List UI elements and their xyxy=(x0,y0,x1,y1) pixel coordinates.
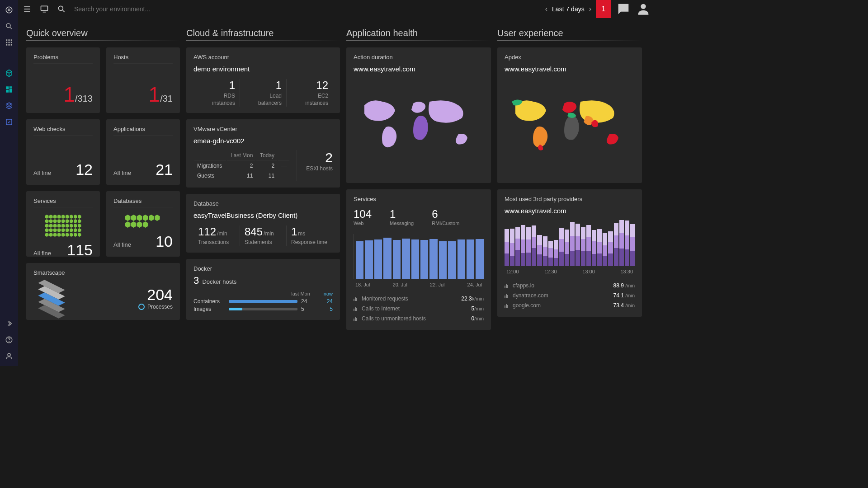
apps-grid-icon[interactable] xyxy=(5,38,14,47)
tile-aws[interactable]: AWS account demo environment 1RDSinstanc… xyxy=(186,47,340,113)
bar-icon xyxy=(229,300,297,303)
logo-icon[interactable] xyxy=(5,5,14,14)
timeframe-selector[interactable]: ‹ Last 7 days › xyxy=(545,5,591,13)
svg-point-2 xyxy=(6,23,10,28)
tile-action-duration[interactable]: Action duration www.easytravel.com xyxy=(346,47,491,183)
tile-webchecks[interactable]: Web checks All fine12 xyxy=(26,119,100,185)
problems-count: 1 xyxy=(63,83,75,106)
svg-rect-24 xyxy=(41,6,48,10)
svg-line-3 xyxy=(10,27,12,29)
profile-icon[interactable] xyxy=(636,0,651,18)
svg-rect-11 xyxy=(9,44,10,46)
expand-sidebar-icon[interactable] xyxy=(5,319,14,328)
svg-rect-16 xyxy=(6,90,9,93)
topbar-search-icon[interactable] xyxy=(57,5,66,14)
tile-database[interactable]: Database easyTravelBusiness (Derby Clien… xyxy=(186,194,340,253)
chevron-right-icon[interactable]: › xyxy=(589,5,591,13)
topbar: ‹ Last 7 days › 1 xyxy=(18,0,651,18)
dashboard: Quick overview Problems 1/313 Hosts 1 xyxy=(18,18,651,366)
svg-rect-8 xyxy=(9,42,10,43)
svg-rect-10 xyxy=(6,44,7,46)
user-icon[interactable] xyxy=(5,352,14,361)
tile-applications[interactable]: Applications All fine21 xyxy=(106,119,180,185)
timeframe-label: Last 7 days xyxy=(552,5,585,13)
thirdparty-stackchart xyxy=(505,221,635,266)
hex-cluster-icon xyxy=(45,215,81,237)
svg-point-0 xyxy=(6,7,12,13)
svg-point-1 xyxy=(8,9,10,11)
tile-databases[interactable]: Databases All fine10 xyxy=(106,191,180,257)
svg-rect-15 xyxy=(9,89,12,93)
world-map-apdex xyxy=(505,78,635,169)
tile-docker[interactable]: Docker 3 Docker hosts last Monnow Contai… xyxy=(186,259,340,320)
chevron-left-icon[interactable]: ‹ xyxy=(545,5,547,13)
section-health-title: Application health xyxy=(346,28,491,38)
tile-services[interactable]: Services All fine115 xyxy=(26,191,100,257)
svg-rect-4 xyxy=(6,39,7,41)
svg-rect-9 xyxy=(11,42,12,43)
ring-icon xyxy=(138,304,145,310)
search-icon[interactable] xyxy=(5,22,14,31)
left-sidebar xyxy=(0,0,18,366)
world-map xyxy=(354,78,484,169)
tile-label: Problems xyxy=(33,54,93,64)
bar-icon xyxy=(229,308,297,310)
tile-hosts[interactable]: Hosts 1/31 xyxy=(106,47,180,113)
nav-cube-icon[interactable] xyxy=(5,69,14,78)
bars-icon xyxy=(354,296,359,301)
svg-rect-13 xyxy=(6,86,9,89)
vmware-table: Last MonToday Migrations22— Guests1111— xyxy=(193,150,290,181)
svg-point-26 xyxy=(58,6,63,10)
svg-rect-14 xyxy=(9,86,12,88)
menu-icon[interactable] xyxy=(23,5,32,14)
tile-vmware[interactable]: VMware vCenter emea-gdn-vc002 Last MonTo… xyxy=(186,119,340,188)
tile-apdex[interactable]: Apdex www.easytravel.com xyxy=(497,47,642,183)
bars-icon xyxy=(505,283,510,288)
section-ux-title: User experience xyxy=(497,28,642,38)
section-quick-title: Quick overview xyxy=(26,28,180,38)
tile-problems[interactable]: Problems 1/313 xyxy=(26,47,100,113)
bars-icon xyxy=(505,293,510,298)
tile-services-chart[interactable]: Services 104Web 1Messaging 6RMI/Custom 1… xyxy=(346,189,491,330)
search-input[interactable] xyxy=(74,5,210,13)
monitor-icon[interactable] xyxy=(40,5,49,14)
svg-point-19 xyxy=(9,341,9,342)
layers-icon xyxy=(33,282,70,314)
hosts-count: 1 xyxy=(149,83,160,106)
tile-third-party[interactable]: Most used 3rd party providers www.easytr… xyxy=(497,189,642,317)
svg-rect-12 xyxy=(11,44,12,46)
alert-badge[interactable]: 1 xyxy=(596,0,611,18)
nav-stack-icon[interactable] xyxy=(5,101,14,110)
svg-line-27 xyxy=(63,10,65,12)
bars-icon xyxy=(505,303,510,308)
tile-label: Hosts xyxy=(113,54,173,64)
chat-icon[interactable] xyxy=(616,0,631,18)
section-cloud-title: Cloud & infrastructure xyxy=(186,28,340,38)
hex-cluster-icon xyxy=(125,215,161,228)
svg-point-28 xyxy=(641,4,646,9)
svg-point-20 xyxy=(8,353,10,356)
nav-dashboard-icon[interactable] xyxy=(5,85,14,94)
svg-rect-7 xyxy=(6,42,7,43)
bars-icon xyxy=(354,316,359,321)
svg-rect-6 xyxy=(11,39,12,41)
bars-icon xyxy=(354,306,359,311)
nav-box-icon[interactable] xyxy=(5,117,14,127)
services-barchart xyxy=(354,234,484,279)
help-icon[interactable] xyxy=(5,335,14,344)
svg-rect-5 xyxy=(9,39,10,41)
tile-smartscape[interactable]: Smartscape 204 Processes xyxy=(26,263,180,320)
